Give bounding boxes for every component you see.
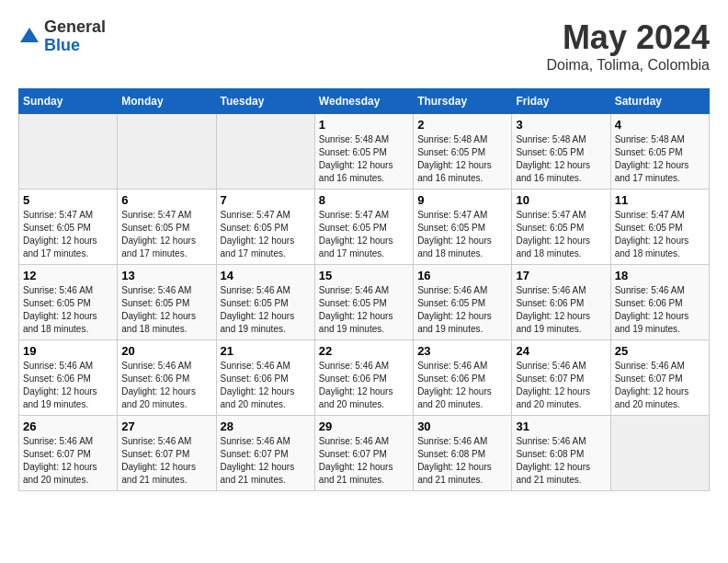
weekday-header-cell: Thursday bbox=[414, 89, 512, 114]
day-number: 30 bbox=[417, 419, 507, 433]
calendar-cell: 30Sunrise: 5:46 AM Sunset: 6:08 PM Dayli… bbox=[414, 416, 512, 491]
day-number: 3 bbox=[516, 118, 606, 132]
cell-content: Sunrise: 5:46 AM Sunset: 6:07 PM Dayligh… bbox=[516, 360, 606, 411]
cell-content: Sunrise: 5:48 AM Sunset: 6:05 PM Dayligh… bbox=[319, 133, 409, 185]
weekday-header-cell: Friday bbox=[512, 89, 610, 114]
cell-content: Sunrise: 5:48 AM Sunset: 6:05 PM Dayligh… bbox=[615, 133, 705, 185]
logo-blue-text: Blue bbox=[44, 37, 106, 55]
cell-content: Sunrise: 5:46 AM Sunset: 6:07 PM Dayligh… bbox=[23, 435, 113, 487]
cell-content: Sunrise: 5:47 AM Sunset: 6:05 PM Dayligh… bbox=[516, 209, 606, 260]
day-number: 21 bbox=[221, 344, 311, 358]
calendar-cell: 9Sunrise: 5:47 AM Sunset: 6:05 PM Daylig… bbox=[414, 190, 512, 265]
calendar-cell: 5Sunrise: 5:47 AM Sunset: 6:05 PM Daylig… bbox=[19, 190, 118, 265]
day-number: 28 bbox=[221, 419, 311, 433]
title-area: May 2024 Doima, Tolima, Colombia bbox=[546, 18, 710, 74]
calendar-cell: 7Sunrise: 5:47 AM Sunset: 6:05 PM Daylig… bbox=[216, 190, 314, 265]
cell-content: Sunrise: 5:47 AM Sunset: 6:05 PM Dayligh… bbox=[221, 209, 311, 260]
day-number: 15 bbox=[319, 269, 409, 282]
day-number: 9 bbox=[417, 193, 507, 207]
cell-content: Sunrise: 5:47 AM Sunset: 6:05 PM Dayligh… bbox=[23, 209, 113, 260]
day-number: 19 bbox=[23, 344, 113, 358]
day-number: 12 bbox=[23, 269, 113, 282]
calendar-table: SundayMondayTuesdayWednesdayThursdayFrid… bbox=[18, 88, 710, 491]
day-number: 11 bbox=[615, 193, 705, 207]
cell-content: Sunrise: 5:48 AM Sunset: 6:05 PM Dayligh… bbox=[516, 133, 606, 185]
calendar-cell: 19Sunrise: 5:46 AM Sunset: 6:06 PM Dayli… bbox=[19, 340, 118, 416]
calendar-cell: 11Sunrise: 5:47 AM Sunset: 6:05 PM Dayli… bbox=[610, 190, 709, 265]
calendar-cell: 21Sunrise: 5:46 AM Sunset: 6:06 PM Dayli… bbox=[216, 340, 314, 416]
calendar-cell: 23Sunrise: 5:46 AM Sunset: 6:06 PM Dayli… bbox=[414, 340, 512, 416]
cell-content: Sunrise: 5:46 AM Sunset: 6:08 PM Dayligh… bbox=[516, 435, 606, 487]
calendar-cell bbox=[610, 416, 709, 491]
logo: General Blue bbox=[18, 18, 106, 55]
calendar-cell: 6Sunrise: 5:47 AM Sunset: 6:05 PM Daylig… bbox=[118, 190, 216, 265]
calendar-cell bbox=[19, 114, 118, 190]
calendar-week-row: 1Sunrise: 5:48 AM Sunset: 6:05 PM Daylig… bbox=[19, 114, 710, 190]
cell-content: Sunrise: 5:46 AM Sunset: 6:06 PM Dayligh… bbox=[516, 284, 606, 336]
cell-content: Sunrise: 5:46 AM Sunset: 6:05 PM Dayligh… bbox=[417, 284, 507, 336]
day-number: 23 bbox=[417, 344, 507, 358]
calendar-week-row: 12Sunrise: 5:46 AM Sunset: 6:05 PM Dayli… bbox=[19, 265, 710, 340]
cell-content: Sunrise: 5:46 AM Sunset: 6:07 PM Dayligh… bbox=[121, 435, 211, 487]
day-number: 27 bbox=[121, 419, 211, 433]
calendar-body: 1Sunrise: 5:48 AM Sunset: 6:05 PM Daylig… bbox=[19, 114, 710, 491]
calendar-cell: 2Sunrise: 5:48 AM Sunset: 6:05 PM Daylig… bbox=[414, 114, 512, 190]
day-number: 14 bbox=[221, 269, 311, 282]
cell-content: Sunrise: 5:46 AM Sunset: 6:06 PM Dayligh… bbox=[121, 360, 211, 411]
svg-marker-0 bbox=[20, 28, 39, 42]
day-number: 2 bbox=[417, 118, 507, 132]
cell-content: Sunrise: 5:46 AM Sunset: 6:06 PM Dayligh… bbox=[319, 360, 409, 411]
calendar-cell: 31Sunrise: 5:46 AM Sunset: 6:08 PM Dayli… bbox=[512, 416, 610, 491]
calendar-cell: 18Sunrise: 5:46 AM Sunset: 6:06 PM Dayli… bbox=[610, 265, 709, 340]
day-number: 1 bbox=[319, 118, 409, 132]
cell-content: Sunrise: 5:46 AM Sunset: 6:06 PM Dayligh… bbox=[221, 360, 311, 411]
cell-content: Sunrise: 5:46 AM Sunset: 6:05 PM Dayligh… bbox=[319, 284, 409, 336]
day-number: 13 bbox=[121, 269, 211, 282]
cell-content: Sunrise: 5:46 AM Sunset: 6:06 PM Dayligh… bbox=[417, 360, 507, 411]
day-number: 22 bbox=[319, 344, 409, 358]
cell-content: Sunrise: 5:46 AM Sunset: 6:07 PM Dayligh… bbox=[221, 435, 311, 487]
calendar-cell: 27Sunrise: 5:46 AM Sunset: 6:07 PM Dayli… bbox=[118, 416, 216, 491]
day-number: 26 bbox=[23, 419, 113, 433]
weekday-header-cell: Sunday bbox=[19, 89, 118, 114]
calendar-cell: 1Sunrise: 5:48 AM Sunset: 6:05 PM Daylig… bbox=[314, 114, 413, 190]
calendar-cell: 15Sunrise: 5:46 AM Sunset: 6:05 PM Dayli… bbox=[314, 265, 413, 340]
day-number: 29 bbox=[319, 419, 409, 433]
month-title: May 2024 bbox=[546, 18, 710, 57]
day-number: 16 bbox=[417, 269, 507, 282]
day-number: 4 bbox=[615, 118, 705, 132]
calendar-cell: 22Sunrise: 5:46 AM Sunset: 6:06 PM Dayli… bbox=[314, 340, 413, 416]
calendar-cell: 26Sunrise: 5:46 AM Sunset: 6:07 PM Dayli… bbox=[19, 416, 118, 491]
calendar-cell: 14Sunrise: 5:46 AM Sunset: 6:05 PM Dayli… bbox=[216, 265, 314, 340]
logo-general-text: General bbox=[44, 18, 106, 37]
cell-content: Sunrise: 5:46 AM Sunset: 6:06 PM Dayligh… bbox=[615, 284, 705, 336]
calendar-cell: 16Sunrise: 5:46 AM Sunset: 6:05 PM Dayli… bbox=[414, 265, 512, 340]
calendar-cell: 13Sunrise: 5:46 AM Sunset: 6:05 PM Dayli… bbox=[118, 265, 216, 340]
logo-icon bbox=[18, 26, 40, 48]
cell-content: Sunrise: 5:46 AM Sunset: 6:05 PM Dayligh… bbox=[221, 284, 311, 336]
day-number: 6 bbox=[121, 193, 211, 207]
calendar-cell: 3Sunrise: 5:48 AM Sunset: 6:05 PM Daylig… bbox=[512, 114, 610, 190]
weekday-header-cell: Tuesday bbox=[216, 89, 314, 114]
weekday-header-cell: Wednesday bbox=[314, 89, 413, 114]
weekday-header-cell: Saturday bbox=[610, 89, 709, 114]
calendar-cell: 12Sunrise: 5:46 AM Sunset: 6:05 PM Dayli… bbox=[19, 265, 118, 340]
cell-content: Sunrise: 5:46 AM Sunset: 6:06 PM Dayligh… bbox=[23, 360, 113, 411]
cell-content: Sunrise: 5:46 AM Sunset: 6:08 PM Dayligh… bbox=[417, 435, 507, 487]
calendar-week-row: 26Sunrise: 5:46 AM Sunset: 6:07 PM Dayli… bbox=[19, 416, 710, 491]
day-number: 10 bbox=[516, 193, 606, 207]
day-number: 20 bbox=[121, 344, 211, 358]
calendar-cell: 4Sunrise: 5:48 AM Sunset: 6:05 PM Daylig… bbox=[610, 114, 709, 190]
cell-content: Sunrise: 5:47 AM Sunset: 6:05 PM Dayligh… bbox=[417, 209, 507, 260]
day-number: 5 bbox=[23, 193, 113, 207]
calendar-cell: 20Sunrise: 5:46 AM Sunset: 6:06 PM Dayli… bbox=[118, 340, 216, 416]
day-number: 17 bbox=[516, 269, 606, 282]
calendar-cell bbox=[216, 114, 314, 190]
cell-content: Sunrise: 5:47 AM Sunset: 6:05 PM Dayligh… bbox=[121, 209, 211, 260]
calendar-cell bbox=[118, 114, 216, 190]
day-number: 18 bbox=[615, 269, 705, 282]
calendar-cell: 8Sunrise: 5:47 AM Sunset: 6:05 PM Daylig… bbox=[314, 190, 413, 265]
cell-content: Sunrise: 5:48 AM Sunset: 6:05 PM Dayligh… bbox=[417, 133, 507, 185]
day-number: 31 bbox=[516, 419, 606, 433]
calendar-cell: 10Sunrise: 5:47 AM Sunset: 6:05 PM Dayli… bbox=[512, 190, 610, 265]
